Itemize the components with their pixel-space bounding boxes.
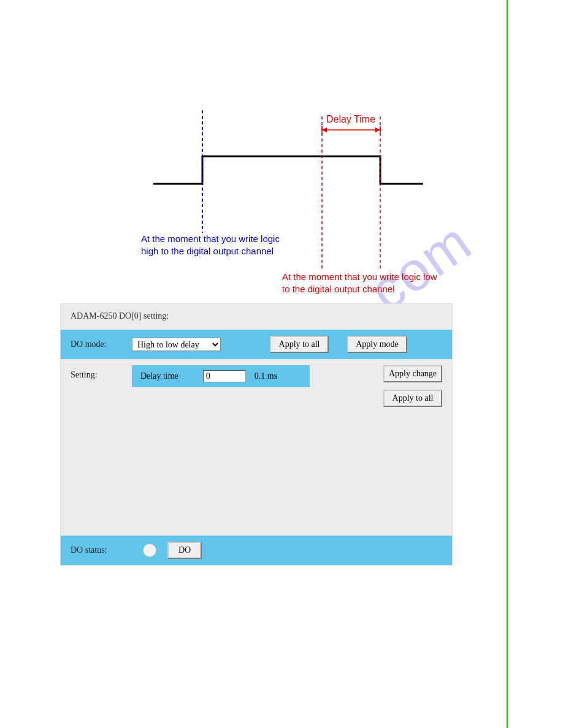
- do-status-indicator-icon: [143, 544, 156, 557]
- delay-time-unit: 0.1 ms: [255, 371, 277, 381]
- page: manualshive.com Delay Time At the moment…: [0, 0, 563, 728]
- do-status-row: DO status: DO: [61, 536, 452, 565]
- delay-time-input[interactable]: [203, 370, 246, 382]
- svg-marker-6: [375, 127, 380, 132]
- svg-marker-5: [322, 127, 327, 132]
- do-mode-select[interactable]: High to low delay: [132, 338, 221, 351]
- delay-time-label: Delay Time: [326, 114, 375, 125]
- delay-time-text: Delay time: [140, 371, 178, 381]
- blue-note-line1: At the moment that you write logic: [141, 233, 280, 244]
- page-right-border: [507, 0, 508, 728]
- blue-note: At the moment that you write logic high …: [141, 233, 280, 257]
- settings-panel: ADAM-6250 DO[0] setting: DO mode: High t…: [60, 303, 453, 566]
- blue-note-line2: high to the digital output channel: [141, 246, 274, 256]
- red-note-line2: to the digital output channel: [282, 284, 394, 294]
- red-note: At the moment that you write logic low t…: [282, 271, 437, 295]
- do-mode-label: DO mode:: [71, 339, 132, 349]
- timing-diagram: Delay Time At the moment that you write …: [61, 110, 454, 300]
- do-status-label: DO status:: [71, 545, 132, 555]
- apply-to-all-setting-button[interactable]: Apply to all: [383, 390, 442, 407]
- setting-row: Setting: Delay time 0.1 ms Apply change …: [61, 359, 452, 413]
- setting-buttons: Apply change Apply to all: [383, 365, 442, 407]
- apply-change-button[interactable]: Apply change: [383, 365, 442, 382]
- apply-mode-button[interactable]: Apply mode: [347, 336, 407, 353]
- red-note-line1: At the moment that you write logic low: [282, 271, 437, 282]
- do-mode-row: DO mode: High to low delay Apply to all …: [61, 330, 452, 359]
- do-button[interactable]: DO: [167, 542, 202, 559]
- apply-to-all-mode-button[interactable]: Apply to all: [270, 336, 329, 353]
- panel-spacer: [61, 413, 452, 536]
- panel-title: ADAM-6250 DO[0] setting:: [61, 304, 452, 330]
- delay-time-cell: Delay time 0.1 ms: [132, 365, 310, 387]
- setting-label: Setting:: [71, 365, 132, 380]
